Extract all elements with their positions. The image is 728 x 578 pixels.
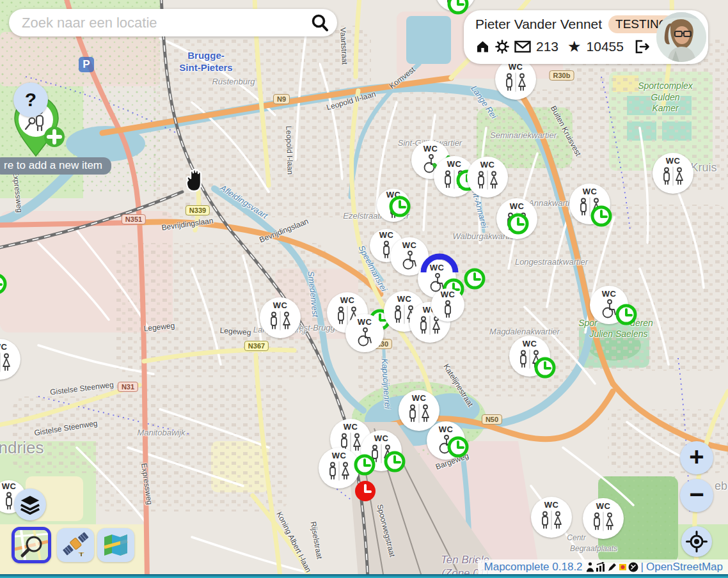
open-clock-badge — [507, 212, 530, 238]
toilet-marker-wheelchair[interactable]: WC — [590, 286, 628, 324]
open-clock-badge — [447, 0, 470, 18]
marker-wc-label: WC — [412, 394, 427, 402]
folded-map-icon — [103, 533, 129, 557]
mapcomplete-app: P Brugge- Sint-PietersRustenburgSint-Gil… — [0, 0, 728, 578]
toilet-marker-urinal[interactable]: WC — [431, 288, 464, 322]
map-style-osm-button[interactable] — [12, 527, 51, 563]
zoom-out-label: − — [689, 481, 704, 507]
marker-wc-label: WC — [596, 502, 611, 510]
open-clock-badge — [383, 450, 406, 476]
marker-wc-label: WC — [379, 231, 394, 239]
toilet-marker-wheelchair[interactable]: WC — [345, 314, 384, 352]
marker-wc-label: WC — [523, 340, 537, 348]
zoom-out-button[interactable]: − — [680, 479, 713, 512]
theme-logo-icon[interactable] — [618, 562, 628, 572]
toilet-marker-mf[interactable]: WC — [496, 198, 537, 239]
contributors-icon[interactable] — [585, 561, 595, 572]
toilet-marker-mf[interactable]: WC — [653, 153, 693, 194]
toilet-marker-mf[interactable]: WC — [399, 390, 439, 431]
marker-wc-label: WC — [583, 187, 597, 196]
marker-wc-label: WC — [666, 157, 681, 165]
settings-gear-icon[interactable] — [495, 40, 509, 54]
toilet-marker-mf[interactable]: WC — [319, 448, 360, 488]
license-icon[interactable] — [628, 562, 638, 572]
layers-icon — [19, 494, 41, 515]
search-icon[interactable] — [309, 12, 331, 34]
home-icon[interactable] — [475, 40, 490, 54]
user-name: Pieter Vander Vennet — [475, 17, 602, 32]
star-icon: ★ — [567, 38, 582, 56]
toilet-marker-urinal[interactable]: WC — [377, 189, 410, 222]
help-label: ? — [25, 89, 36, 111]
changeset-count: 10455 — [587, 39, 624, 54]
satellite-icon — [61, 532, 90, 559]
background-layers-button[interactable] — [14, 488, 46, 520]
marker-wc-label: WC — [358, 318, 372, 326]
toilet-marker-mf[interactable]: WC — [569, 184, 610, 224]
marker-wc-label: WC — [510, 202, 525, 210]
open-clock-badge — [590, 205, 613, 230]
logout-icon[interactable] — [634, 39, 651, 54]
marker-wc-label: WC — [2, 482, 17, 490]
marker-wc-label: WC — [439, 425, 454, 434]
marker-wc-label: WC — [423, 144, 438, 153]
marker-wc-label: WC — [602, 290, 617, 298]
open-clock-badge — [388, 195, 411, 221]
marker-wc-label: WC — [340, 296, 355, 304]
geolocate-button[interactable] — [681, 526, 712, 557]
toilet-marker-mf[interactable]: WC — [531, 497, 572, 538]
openstreetmap-link[interactable]: OpenStreetMap — [646, 561, 723, 574]
toilet-marker-mf[interactable]: WC — [495, 59, 536, 100]
marker-wc-label: WC — [430, 263, 445, 272]
help-button[interactable]: ? — [13, 82, 48, 117]
open-clock-badge — [615, 303, 638, 329]
marker-wc-label: WC — [402, 241, 417, 249]
marker-wc-label: WC — [480, 160, 495, 169]
toilet-marker-wheelchair[interactable]: WC — [427, 421, 465, 460]
marker-wc-label: WC — [344, 423, 358, 431]
marker-wc-label: WC — [397, 295, 412, 303]
search-input[interactable] — [20, 14, 309, 32]
hand-cursor-icon — [180, 166, 207, 196]
osm-carto-icon — [15, 530, 48, 560]
closed-clock-badge — [354, 480, 377, 505]
open-clock-badge — [447, 435, 470, 461]
attribution-separator: | — [641, 561, 644, 574]
crosshair-icon — [686, 531, 708, 552]
toilet-marker-mf[interactable]: WC — [583, 498, 624, 539]
map-style-satellite-button[interactable] — [57, 528, 94, 562]
marker-wc-label: WC — [332, 451, 347, 460]
marker-wc-label: WC — [273, 301, 288, 309]
edit-pencil-icon[interactable] — [607, 562, 617, 572]
add-item-tooltip: re to add a new item — [0, 157, 111, 175]
zoom-in-button[interactable]: + — [680, 441, 713, 474]
toilet-marker-mf[interactable]: WC — [260, 297, 301, 338]
messages-envelope-icon[interactable] — [514, 40, 531, 53]
map-style-folded-map-button[interactable] — [97, 528, 134, 562]
marker-wc-label: WC — [0, 343, 7, 351]
marker-wc-label: WC — [447, 160, 462, 168]
toilet-marker-mf[interactable]: WC — [509, 336, 550, 377]
statistics-icon[interactable] — [596, 562, 606, 572]
location-search-bar[interactable] — [9, 9, 337, 36]
marker-wc-label: WC — [441, 290, 455, 299]
message-count: 213 — [536, 39, 558, 54]
marker-wc-label: WC — [544, 501, 559, 509]
mapcomplete-version-link[interactable]: Mapcomplete 0.18.2 — [484, 561, 583, 574]
marker-wc-label: WC — [374, 434, 389, 442]
toilet-marker-mf[interactable]: WC — [467, 157, 508, 198]
parking-icon: P — [79, 57, 94, 72]
bottom-accent-strip — [0, 574, 728, 578]
zoom-in-label: + — [689, 444, 704, 469]
open-clock-badge — [353, 453, 376, 479]
avatar[interactable] — [656, 12, 706, 62]
user-panel[interactable]: Pieter Vander Vennet TESTING 213 ★ 10455 — [464, 10, 708, 64]
open-clock-badge — [534, 356, 557, 382]
attribution-bar[interactable]: Mapcomplete 0.18.2 | OpenStreetMap — [478, 559, 728, 574]
